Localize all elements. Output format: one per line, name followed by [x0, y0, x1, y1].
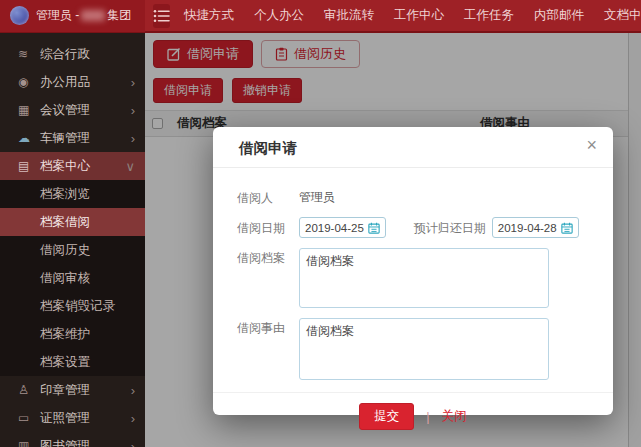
calendar-icon[interactable]	[368, 222, 380, 234]
top-navigation: 快捷方式 个人办公 审批流转 工作中心 工作任务 内部邮件 文档中心	[184, 7, 641, 24]
borrower-row: 借阅人 管理员	[237, 188, 589, 207]
sidebar-item-label: 档案维护	[40, 326, 135, 343]
sidebar-item-label: 车辆管理	[40, 130, 131, 147]
reason-label: 借阅事由	[237, 318, 299, 337]
modal-title: 借阅申请	[239, 140, 297, 156]
book-icon: ▥	[18, 439, 40, 447]
sidebar-item-label: 会议管理	[40, 102, 131, 119]
vehicle-icon: ☁	[18, 131, 40, 145]
top-bar: 管理员 - 集团 快捷方式 个人办公 审批流转 工作中心 工作任务 内部邮件 文…	[0, 0, 641, 33]
archive-row: 借阅档案 借阅档案	[237, 248, 589, 308]
sidebar-item-label: 印章管理	[40, 382, 131, 399]
calendar-icon[interactable]	[561, 222, 573, 234]
nav-item-internal-mail[interactable]: 内部邮件	[534, 7, 584, 24]
archive-textarea[interactable]: 借阅档案	[299, 248, 549, 308]
sidebar-item-general-admin[interactable]: ≋ 综合行政	[0, 40, 145, 68]
sidebar-item-label: 档案设置	[40, 354, 135, 371]
user-name-text: 管理员 -	[36, 7, 79, 24]
sidebar-item-label: 图书管理	[40, 438, 131, 447]
sidebar-item-office-supplies[interactable]: ◉ 办公用品 ›	[0, 68, 145, 96]
footer-divider: |	[426, 409, 429, 424]
return-date-input[interactable]: 2019-04-28	[492, 217, 579, 238]
sidebar-item-archive-browse[interactable]: 档案浏览	[0, 180, 145, 208]
close-button[interactable]: 关闭	[442, 408, 467, 425]
return-date-label: 预计归还日期	[414, 218, 492, 237]
menu-fold-icon	[153, 9, 170, 23]
sidebar-item-label: 借阅审核	[40, 270, 135, 287]
sidebar-item-license-management[interactable]: ▭ 证照管理 ›	[0, 404, 145, 432]
sidebar-item-label: 档案销毁记录	[40, 298, 135, 315]
sidebar-item-vehicle-management[interactable]: ☁ 车辆管理 ›	[0, 124, 145, 152]
modal-footer: 提交 | 关闭	[213, 392, 613, 430]
nav-item-shortcuts[interactable]: 快捷方式	[184, 7, 234, 24]
sidebar-item-borrow-history[interactable]: 借阅历史	[0, 236, 145, 264]
sidebar-item-book-management[interactable]: ▥ 图书管理 ›	[0, 432, 145, 447]
return-date-value: 2019-04-28	[498, 222, 557, 234]
borrow-apply-modal: 借阅申请 × 借阅人 管理员 借阅日期 2019-04-25	[213, 127, 613, 415]
chevron-right-icon: ›	[131, 131, 135, 146]
sidebar-item-meeting-management[interactable]: ▦ 会议管理 ›	[0, 96, 145, 124]
nav-item-document-center[interactable]: 文档中心	[604, 7, 641, 24]
redacted-company-name	[81, 10, 105, 21]
modal-header: 借阅申请 ×	[213, 127, 613, 168]
nav-item-approval-flow[interactable]: 审批流转	[324, 7, 374, 24]
sidebar-item-label: 综合行政	[40, 46, 135, 63]
archive-label: 借阅档案	[237, 248, 299, 267]
chevron-right-icon: ›	[131, 75, 135, 90]
nav-item-personal-office[interactable]: 个人办公	[254, 7, 304, 24]
borrower-label: 借阅人	[237, 188, 299, 207]
sidebar-item-label: 档案借阅	[40, 214, 135, 231]
reason-textarea[interactable]: 借阅档案	[299, 318, 549, 380]
archive-box-icon: ▤	[18, 159, 40, 173]
chevron-right-icon: ›	[131, 103, 135, 118]
sidebar-item-label: 证照管理	[40, 410, 131, 427]
sidebar-item-archive-maintenance[interactable]: 档案维护	[0, 320, 145, 348]
user-account-label: 管理员 - 集团	[36, 7, 131, 24]
close-icon[interactable]: ×	[586, 136, 597, 154]
sidebar-item-label: 档案中心	[40, 158, 125, 175]
sidebar-item-label: 借阅历史	[40, 242, 135, 259]
submit-button[interactable]: 提交	[359, 403, 414, 430]
card-icon: ▭	[18, 411, 40, 425]
sidebar-item-archive-center[interactable]: ▤ 档案中心 ∨	[0, 152, 145, 180]
layers-icon: ≋	[18, 47, 40, 61]
sidebar-item-seal-management[interactable]: ♙ 印章管理 ›	[0, 376, 145, 404]
chevron-down-icon: ∨	[125, 159, 135, 174]
company-suffix-text: 集团	[107, 7, 131, 24]
sidebar-item-archive-borrow[interactable]: 档案借阅	[0, 208, 145, 236]
borrow-date-value: 2019-04-25	[305, 222, 364, 234]
sidebar-item-borrow-review[interactable]: 借阅审核	[0, 264, 145, 292]
sidebar-item-archive-settings[interactable]: 档案设置	[0, 348, 145, 376]
person-icon: ♙	[18, 383, 40, 397]
app-logo	[10, 6, 29, 25]
reason-row: 借阅事由 借阅档案	[237, 318, 589, 380]
sidebar-item-archive-destroy-records[interactable]: 档案销毁记录	[0, 292, 145, 320]
borrower-value: 管理员	[299, 189, 335, 206]
meeting-icon: ▦	[18, 103, 40, 117]
nav-item-work-tasks[interactable]: 工作任务	[464, 7, 514, 24]
dates-row: 借阅日期 2019-04-25 预计归还日期 2019-04-28	[237, 217, 589, 238]
sidebar-item-label: 办公用品	[40, 74, 131, 91]
chevron-right-icon: ›	[131, 439, 135, 447]
chevron-right-icon: ›	[131, 411, 135, 426]
nav-item-work-center[interactable]: 工作中心	[394, 7, 444, 24]
chevron-right-icon: ›	[131, 383, 135, 398]
sidebar: ≋ 综合行政 ◉ 办公用品 › ▦ 会议管理 › ☁ 车辆管理 › ▤ 档案中心…	[0, 33, 145, 447]
borrow-date-input[interactable]: 2019-04-25	[299, 217, 386, 238]
modal-body: 借阅人 管理员 借阅日期 2019-04-25 预计归还日期	[213, 168, 613, 380]
sidebar-toggle-button[interactable]	[153, 4, 170, 28]
supplies-icon: ◉	[18, 75, 40, 89]
borrow-date-label: 借阅日期	[237, 218, 299, 237]
sidebar-item-label: 档案浏览	[40, 186, 135, 203]
logo-block: 管理员 - 集团	[0, 0, 145, 32]
